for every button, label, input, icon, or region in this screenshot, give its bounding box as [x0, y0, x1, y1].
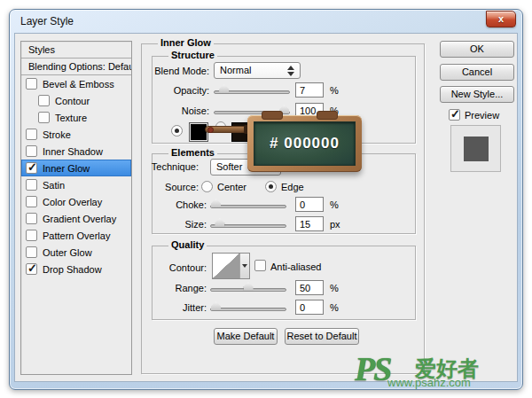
- size-label: Size:: [109, 219, 207, 230]
- opacity-unit: %: [330, 85, 339, 96]
- sidebar-item-stroke[interactable]: Stroke: [21, 126, 131, 143]
- window-title: Layer Style: [20, 15, 74, 27]
- sidebar-item-label: Color Overlay: [43, 197, 102, 207]
- style-checkbox[interactable]: [26, 129, 37, 140]
- watermark-logo: PS: [355, 349, 390, 388]
- new-style-button[interactable]: New Style...: [440, 86, 514, 103]
- pointer-stick-tip: [207, 127, 214, 133]
- quality-group-label: Quality: [168, 239, 207, 250]
- choke-input[interactable]: 0: [295, 197, 324, 212]
- source-radio-center[interactable]: [201, 181, 213, 192]
- jitter-label: Jitter:: [109, 302, 207, 313]
- sidebar-item-label: Texture: [55, 113, 87, 123]
- jitter-slider[interactable]: [210, 308, 286, 311]
- sidebar-item-label: Satin: [43, 180, 65, 191]
- choke-slider[interactable]: [210, 205, 286, 208]
- sidebar-item-label: Pattern Overlay: [43, 230, 110, 241]
- sidebar-item-label: Inner Shadow: [43, 146, 103, 157]
- contour-label: Contour:: [109, 262, 207, 273]
- choke-unit: %: [330, 199, 339, 210]
- sidebar-item-label: Outer Glow: [43, 247, 92, 258]
- chalkboard-tab-left: [262, 111, 283, 120]
- jitter-input[interactable]: 0: [295, 300, 324, 315]
- preview-label: Preview: [465, 110, 499, 121]
- source-option-label-edge: Edge: [281, 182, 304, 192]
- style-checkbox[interactable]: [38, 112, 50, 123]
- reset-to-default-button[interactable]: Reset to Default: [285, 328, 359, 345]
- style-checkbox[interactable]: [26, 78, 37, 90]
- opacity-input[interactable]: 7: [295, 82, 324, 98]
- styles-list-header[interactable]: Styles: [21, 42, 131, 59]
- contour-thumbnail-icon: [213, 254, 239, 278]
- glow-color-radio[interactable]: [171, 125, 183, 137]
- ok-button[interactable]: OK: [440, 41, 514, 58]
- technique-label: Technique:: [101, 161, 199, 172]
- styles-header-label: Styles: [28, 44, 55, 55]
- dialog-body: Styles Blending Options: Default Bevel &…: [14, 33, 518, 382]
- sidebar-item-outer-glow[interactable]: Outer Glow: [21, 244, 131, 261]
- style-checkbox[interactable]: [26, 162, 37, 174]
- layer-style-dialog: Layer Style x Styles Blending Options: D…: [9, 9, 523, 390]
- sidebar-item-label: Stroke: [43, 129, 71, 140]
- make-default-button[interactable]: Make Default: [214, 328, 278, 345]
- style-checkbox[interactable]: [26, 196, 37, 207]
- preview-checkbox[interactable]: [449, 109, 460, 121]
- size-input[interactable]: 15: [295, 216, 324, 231]
- contour-dropdown-arrow-icon[interactable]: [239, 254, 249, 278]
- style-checkbox[interactable]: [26, 230, 37, 241]
- style-checkbox[interactable]: [26, 263, 37, 275]
- sidebar-item-label: Bevel & Emboss: [43, 79, 114, 90]
- panel-title: Inner Glow: [158, 37, 214, 48]
- cancel-button[interactable]: Cancel: [440, 64, 514, 81]
- choke-label: Choke:: [109, 199, 207, 210]
- contour-picker[interactable]: [212, 253, 250, 279]
- blend-mode-select[interactable]: Normal: [214, 62, 301, 79]
- range-slider[interactable]: [210, 288, 286, 292]
- close-icon[interactable]: x: [486, 11, 516, 27]
- sidebar-item-inner-shadow[interactable]: Inner Shadow: [21, 143, 131, 160]
- size-slider[interactable]: [210, 224, 286, 228]
- style-checkbox[interactable]: [26, 145, 37, 157]
- blend-mode-label: Blend Mode:: [112, 66, 209, 76]
- technique-value: Softer: [216, 161, 242, 172]
- elements-group-label: Elements: [168, 147, 217, 158]
- style-checkbox[interactable]: [26, 246, 37, 258]
- sidebar-item-label: Drop Shadow: [43, 264, 102, 275]
- style-checkbox[interactable]: [26, 213, 37, 224]
- chalkboard-overlay: # 000000: [247, 115, 362, 172]
- antialiased-label: Anti-aliased: [270, 261, 321, 272]
- style-checkbox[interactable]: [38, 95, 50, 106]
- chalkboard-tab-right: [317, 111, 338, 120]
- source-option-label-center: Center: [217, 182, 246, 192]
- noise-label: Noise:: [112, 105, 209, 116]
- watermark-url: www.psahz.com: [387, 376, 471, 389]
- hex-value-label: # 000000: [270, 135, 340, 152]
- style-checkbox[interactable]: [26, 179, 37, 191]
- sidebar-item-label: Contour: [55, 96, 90, 106]
- opacity-label: Opacity:: [112, 85, 209, 96]
- chalkboard-surface: # 000000: [254, 121, 356, 166]
- blend-mode-value: Normal: [220, 65, 251, 75]
- range-unit: %: [330, 283, 339, 293]
- source-label: Source:: [101, 182, 199, 192]
- spin-arrows-icon: [286, 66, 294, 76]
- opacity-slider[interactable]: [214, 90, 290, 94]
- preview-thumbnail: [450, 125, 501, 172]
- source-radio-edge[interactable]: [265, 181, 277, 192]
- size-unit: px: [330, 219, 340, 230]
- jitter-unit: %: [330, 302, 339, 313]
- range-label: Range:: [109, 283, 207, 293]
- preview-swatch: [464, 137, 489, 161]
- sidebar-item-label: Inner Glow: [43, 163, 90, 174]
- structure-group-label: Structure: [168, 50, 217, 60]
- sidebar-item-label: Gradient Overlay: [43, 214, 116, 224]
- range-input[interactable]: 50: [295, 280, 324, 295]
- antialiased-checkbox[interactable]: [254, 260, 266, 271]
